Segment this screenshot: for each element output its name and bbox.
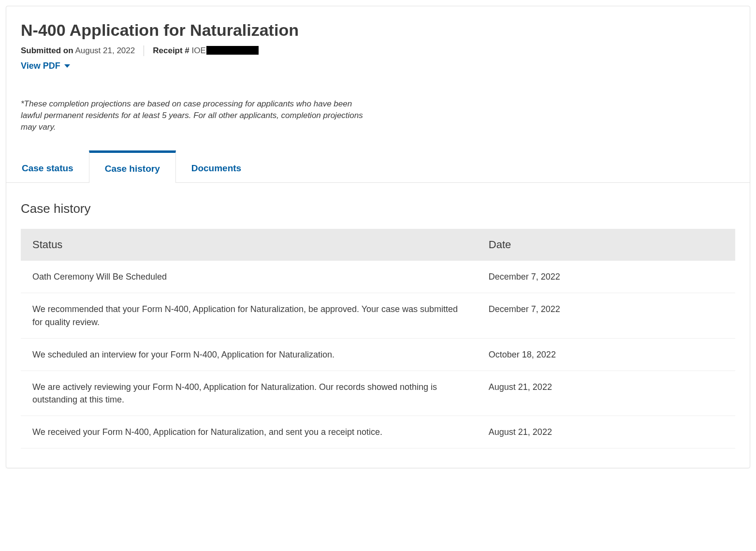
row-date: December 7, 2022	[489, 270, 724, 283]
table-row: Oath Ceremony Will Be Scheduled December…	[21, 261, 735, 293]
tab-case-history[interactable]: Case history	[89, 150, 176, 183]
row-status: We scheduled an interview for your Form …	[32, 348, 489, 361]
tab-documents[interactable]: Documents	[176, 150, 257, 182]
receipt-redacted	[206, 46, 259, 55]
section-title: Case history	[21, 201, 735, 216]
row-status: We recommended that your Form N-400, App…	[32, 303, 489, 328]
row-date: October 18, 2022	[489, 348, 724, 361]
page-title: N-400 Application for Naturalization	[21, 21, 735, 40]
tab-case-status[interactable]: Case status	[6, 150, 89, 182]
table-row: We scheduled an interview for your Form …	[21, 339, 735, 371]
row-date: December 7, 2022	[489, 303, 724, 328]
caret-down-icon	[64, 64, 70, 68]
row-date: August 21, 2022	[489, 381, 724, 406]
receipt-label: Receipt #	[153, 46, 189, 55]
column-status: Status	[32, 238, 489, 251]
submitted-date: August 21, 2022	[75, 46, 135, 55]
receipt-prefix: IOE	[192, 46, 206, 55]
view-pdf-button[interactable]: View PDF	[21, 61, 70, 71]
meta-separator	[144, 45, 144, 56]
table-header: Status Date	[21, 229, 735, 261]
meta-row: Submitted on August 21, 2022 Receipt # I…	[21, 45, 735, 56]
column-date: Date	[489, 238, 724, 251]
disclaimer-text: *These completion projections are based …	[21, 98, 369, 133]
row-status: We are actively reviewing your Form N-40…	[32, 381, 489, 406]
row-date: August 21, 2022	[489, 426, 724, 438]
case-card: N-400 Application for Naturalization Sub…	[6, 6, 750, 468]
row-status: Oath Ceremony Will Be Scheduled	[32, 270, 489, 283]
history-table: Status Date Oath Ceremony Will Be Schedu…	[21, 229, 735, 448]
row-status: We received your Form N-400, Application…	[32, 426, 489, 438]
table-row: We recommended that your Form N-400, App…	[21, 293, 735, 338]
table-row: We are actively reviewing your Form N-40…	[21, 371, 735, 416]
table-row: We received your Form N-400, Application…	[21, 416, 735, 448]
tabs: Case status Case history Documents	[6, 150, 750, 183]
submitted-on: Submitted on August 21, 2022	[21, 46, 135, 56]
submitted-label: Submitted on	[21, 46, 73, 55]
receipt-number: Receipt # IOE	[153, 46, 259, 56]
view-pdf-label: View PDF	[21, 61, 60, 71]
